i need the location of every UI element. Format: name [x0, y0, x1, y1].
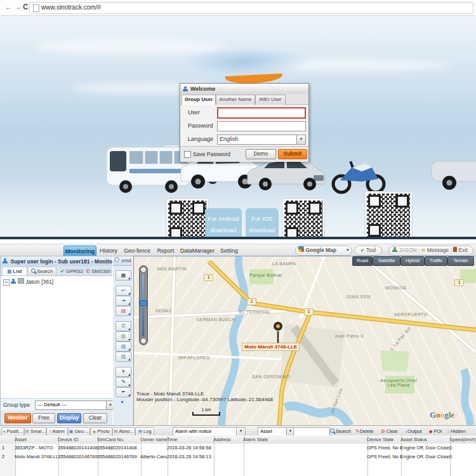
tab-imei-user[interactable]: IMEI User: [255, 95, 286, 105]
map-label: AEROPUERTO: [394, 312, 428, 317]
back-icon[interactable]: ←: [5, 3, 13, 11]
map-type-road[interactable]: Road: [352, 256, 373, 266]
map-type-traffic[interactable]: Traffic: [425, 256, 447, 266]
tab-list[interactable]: ▤ List: [2, 267, 27, 276]
route-shield: 1: [204, 274, 213, 281]
tool-icon: ✔: [360, 248, 365, 253]
group-type-select[interactable]: --- Default --- ▼: [35, 400, 115, 410]
user-icon: [392, 247, 397, 252]
tab-another-name[interactable]: Another Name: [216, 95, 255, 105]
map-provider-select[interactable]: Google Map ▼: [295, 246, 352, 256]
asset-filter-select[interactable]: Asset ▼: [258, 427, 294, 436]
clear-button[interactable]: Clear: [83, 413, 107, 423]
login-titlebar: Welcome: [180, 84, 308, 95]
password-input[interactable]: [217, 121, 306, 131]
tab-report[interactable]: Report: [154, 246, 178, 256]
marker-label[interactable]: Moto Maruti 3748-LLE: [242, 343, 300, 351]
reload-icon[interactable]: C: [23, 3, 29, 11]
tab-setting[interactable]: Setting: [217, 246, 241, 256]
tab-history[interactable]: History: [96, 246, 121, 256]
search-icon: [31, 268, 36, 273]
zoom-in-button[interactable]: [140, 267, 147, 273]
zoom-handle[interactable]: [140, 300, 147, 306]
poi-button[interactable]: ◆ POI: [429, 427, 442, 435]
alarm-filter-arrow[interactable]: ▼: [236, 427, 246, 436]
google-map-icon: [298, 246, 304, 252]
tab-group-user[interactable]: Group User: [182, 95, 216, 105]
demo-button[interactable]: Demo: [246, 149, 276, 159]
language-value: English: [220, 136, 239, 142]
cmd-pen-button[interactable]: ✎: [116, 377, 131, 387]
cmd-map-image-button[interactable]: ▨: [116, 352, 131, 362]
language-label: Language: [188, 136, 213, 142]
cmd-report-button[interactable]: ▤: [116, 306, 131, 316]
route-shield: 1: [304, 308, 314, 315]
tab-geo-fence[interactable]: Geo-fence: [122, 246, 152, 256]
cmd-photo-button[interactable]: ▨: [116, 341, 131, 352]
user-input[interactable]: [217, 107, 306, 119]
table-row[interactable]: 1 3833RZP - MOTO 355488020141408 3554880…: [0, 444, 476, 453]
panel-header-text: Super user login - Sub user181 - Monitor…: [10, 258, 112, 265]
ios-download-line1: For IOS: [246, 213, 279, 225]
map-type-hybrid[interactable]: Hybrid: [400, 256, 425, 266]
tool-button[interactable]: ✔ Tool: [354, 246, 382, 256]
cmd-idcard-button[interactable]: ▥: [116, 331, 131, 341]
chevron-down-icon[interactable]: ▼: [296, 135, 305, 144]
users-icon: [3, 258, 8, 263]
gprs-status[interactable]: ✔ GPRS2: [58, 267, 86, 276]
trace-overlay: Trace - Moto Maruti 3748-LLE Mouser posi…: [136, 391, 273, 402]
expander-icon[interactable]: +: [3, 279, 10, 286]
clear-button[interactable]: ⊘ Clear: [381, 427, 398, 435]
cmd-reply-button[interactable]: ↩: [116, 286, 131, 296]
map-type-terrain[interactable]: Terrain: [447, 256, 474, 266]
cmd-marker-button[interactable]: ✒: [116, 387, 131, 397]
free-button[interactable]: Free: [32, 413, 55, 423]
list-icon: ▤: [7, 269, 11, 274]
save-password-checkbox[interactable]: [184, 151, 191, 158]
qr-code-android: [166, 199, 208, 239]
table-row[interactable]: 2 Moto Maruti 3748-LL 355488020146769 35…: [0, 453, 476, 462]
url-text[interactable]: www.sinotrack.com/#: [41, 3, 101, 13]
exit-button[interactable]: Exit: [459, 247, 468, 253]
alarm-filter-select[interactable]: Alarm with notice: [173, 427, 240, 436]
delete-button[interactable]: ✎Delete: [355, 427, 373, 435]
gprs-label: GPRS2: [66, 268, 83, 274]
tab-datamanager[interactable]: DataManager: [179, 246, 216, 256]
ios-download-button[interactable]: For IOS download: [246, 208, 279, 239]
cmd-more-icon[interactable]: ▼: [120, 400, 124, 404]
zoom-slider[interactable]: [139, 265, 148, 345]
submit-button[interactable]: Submit: [278, 149, 307, 159]
forward-icon[interactable]: →: [14, 3, 22, 11]
message-button[interactable]: Message: [427, 247, 449, 253]
filter-icon: ▼: [121, 369, 126, 374]
block-icon: ⊘: [381, 428, 385, 434]
android-download-button[interactable]: For Android download: [205, 208, 242, 239]
map-canvas[interactable]: 1 1 1 1 LA BAMPA SAN MARTIN Parque Boliv…: [133, 256, 476, 426]
trace-line1: Trace - Moto Maruti 3748-LLE: [136, 391, 273, 397]
bus-white: [107, 147, 190, 193]
panel-header: Super user login - Sub user181 - Monitor…: [1, 256, 112, 267]
pen-icon: ✎: [121, 379, 126, 385]
map-label: SAN GERONIMO: [252, 374, 290, 379]
cmd-call-button[interactable]: ✆: [116, 321, 131, 331]
hidden-button[interactable]: ↓ Hidden: [447, 427, 466, 435]
sms-status[interactable]: ✆ SMS360: [84, 267, 112, 276]
tree-item-jason[interactable]: + Jason [361]: [3, 278, 110, 286]
asset-search-input[interactable]: [293, 427, 330, 436]
output-button[interactable]: ↓Output: [405, 427, 422, 435]
search-button[interactable]: Search: [330, 427, 351, 435]
cmd-filter-button[interactable]: ▼: [116, 367, 131, 377]
tab-monitoring[interactable]: Monitoring: [63, 246, 96, 256]
map-type-satellite[interactable]: Satellite: [373, 256, 400, 266]
monitor-button[interactable]: Monitor: [4, 413, 31, 423]
display-button[interactable]: Display: [57, 413, 81, 423]
tab-search[interactable]: Search: [27, 267, 56, 276]
zoom-out-button[interactable]: [140, 338, 147, 344]
map-label: SENAC: [155, 308, 172, 313]
address-bar[interactable]: www.sinotrack.com/#: [29, 2, 473, 14]
chevron-down-icon[interactable]: ▼: [346, 246, 350, 255]
language-select[interactable]: English ▼: [217, 135, 306, 145]
cmd-forward-button[interactable]: ➔: [116, 296, 131, 306]
cmd-keyboard-button[interactable]: ▦: [116, 270, 131, 281]
login-tabs: Group User Another Name IMEI User: [180, 94, 308, 105]
